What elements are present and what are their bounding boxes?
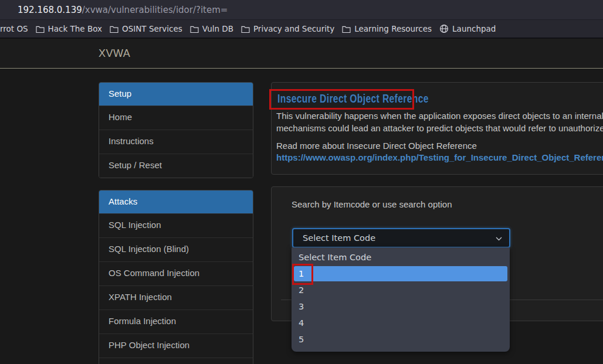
globe-icon [439, 24, 449, 33]
bookmark-label: rrot OS [0, 24, 28, 33]
attacks-panel-header: Attacks [99, 190, 253, 213]
sidebar-item-partial[interactable] [99, 358, 253, 364]
bookmark-learning-resources[interactable]: Learning Resources [342, 24, 432, 33]
url-host: 192.168.0.139 [18, 5, 82, 15]
sidebar-item-setup-reset[interactable]: Setup / Reset [99, 154, 253, 178]
item-code-select[interactable]: Select Item Code [292, 228, 510, 248]
bookmark-vuln-db[interactable]: Vuln DB [190, 24, 233, 33]
sidebar-item-php-object-injection[interactable]: PHP Object Injection [99, 334, 253, 358]
bookmark-label: Privacy and Security [253, 24, 334, 33]
item-code-select-value: Select Item Code [303, 233, 375, 243]
bookmark-privacy-and-security[interactable]: Privacy and Security [241, 24, 334, 33]
dropdown-option-placeholder[interactable]: Select Item Code [292, 249, 510, 266]
bookmark-label: OSINT Services [122, 24, 182, 33]
dropdown-option-3[interactable]: 3 [292, 298, 510, 315]
bookmark-osint-services[interactable]: OSINT Services [110, 24, 182, 33]
dropdown-option-2[interactable]: 2 [292, 282, 510, 298]
sidebar-item-sql-injection[interactable]: SQL Injection [99, 213, 253, 237]
folder-icon [36, 25, 45, 33]
description-line-1: This vulnerability happens when the appl… [276, 111, 603, 121]
bookmark-label: Hack The Box [48, 24, 102, 33]
item-code-dropdown: Select Item Code 1 2 3 4 5 [292, 247, 510, 352]
folder-icon [342, 25, 351, 33]
url-bar[interactable]: 192.168.0.139/xvwa/vulnerabilities/idor/… [0, 0, 603, 19]
folder-icon [241, 25, 250, 33]
read-more-label: Read more about Insecure Direct Object R… [276, 141, 477, 151]
bookmark-hack-the-box[interactable]: Hack The Box [36, 24, 102, 33]
bookmark-label: Launchpad [452, 24, 496, 33]
sidebar-item-formula-injection[interactable]: Formula Injection [99, 309, 253, 334]
sidebar-item-instructions[interactable]: Instructions [99, 130, 253, 154]
bookmark-label: Learning Resources [354, 24, 432, 33]
owasp-reference-link[interactable]: https://www.owasp.org/index.php/Testing_… [276, 152, 603, 162]
dropdown-option-1-highlighted[interactable]: 1 [294, 266, 507, 281]
screenshot-stage: 192.168.0.139/xvwa/vulnerabilities/idor/… [0, 0, 603, 364]
bookmark-label: Vuln DB [202, 24, 233, 33]
vulnerability-description-panel: Insecure Direct Object Reference This vu… [271, 82, 603, 175]
sidebar-item-home[interactable]: Home [99, 106, 253, 130]
chevron-down-icon [496, 233, 502, 243]
bookmarks-toolbar: rrot OS Hack The Box OSINT Services Vuln… [0, 19, 603, 38]
folder-icon [190, 25, 199, 33]
search-instruction-label: Search by Itemcode or use search option [292, 199, 452, 209]
vulnerability-title: Insecure Direct Object Reference [277, 92, 429, 106]
folder-icon [110, 25, 118, 33]
dropdown-option-4[interactable]: 4 [292, 315, 510, 331]
attacks-panel: Attacks SQL Injection SQL Injection (Bli… [99, 190, 253, 364]
sidebar-item-sql-injection-blind[interactable]: SQL Injection (Blind) [99, 237, 253, 261]
bookmark-parrot-os[interactable]: rrot OS [0, 24, 28, 33]
brand-title[interactable]: XVWA [99, 47, 130, 60]
sidebar-item-xpath-injection[interactable]: XPATH Injection [99, 285, 253, 309]
description-line-2: mechanisms could lead an attacker to pre… [276, 123, 603, 133]
setup-panel: Setup Home Instructions Setup / Reset [99, 82, 253, 178]
sidebar-item-os-command-injection[interactable]: OS Command Injection [99, 261, 253, 285]
url-path: /xvwa/vulnerabilities/idor/?item= [82, 5, 228, 15]
bookmark-launchpad[interactable]: Launchpad [439, 24, 496, 33]
setup-panel-header: Setup [99, 83, 253, 106]
dropdown-option-5[interactable]: 5 [292, 331, 510, 348]
site-header: XVWA [0, 39, 603, 69]
